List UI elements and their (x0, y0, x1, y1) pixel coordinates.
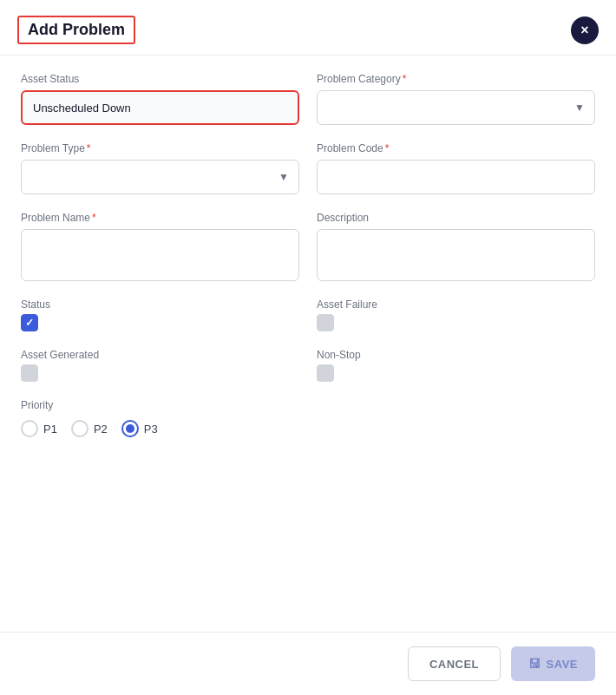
modal-title: Add Problem (17, 16, 135, 44)
non-stop-checkbox-wrapper (317, 364, 595, 382)
description-label: Description (317, 212, 595, 224)
status-checkbox-wrapper (21, 314, 299, 331)
priority-p3-option[interactable]: P3 (121, 420, 158, 437)
row-asset-generated-nonstop: Asset Generated Non-Stop (21, 349, 595, 382)
priority-p1-radio[interactable] (21, 420, 38, 437)
description-input[interactable] (317, 229, 595, 281)
non-stop-checkbox[interactable] (317, 364, 334, 382)
row-asset-status-category: Asset Status Problem Category* ▼ (21, 73, 595, 125)
status-group: Status (21, 298, 299, 331)
modal-header: Add Problem × (0, 0, 616, 56)
problem-type-select-wrapper: ▼ (21, 160, 299, 194)
modal-footer: CANCEL 🖫 SAVE (0, 632, 616, 695)
problem-category-select-wrapper: ▼ (317, 90, 595, 125)
close-button[interactable]: × (571, 16, 599, 44)
problem-name-input[interactable] (21, 229, 299, 281)
asset-status-group: Asset Status (21, 73, 299, 125)
priority-section: Priority P1 P2 P3 (21, 399, 595, 437)
asset-failure-checkbox[interactable] (317, 314, 334, 331)
problem-category-label: Problem Category* (317, 73, 595, 85)
save-icon: 🖫 (528, 657, 541, 671)
row-name-description: Problem Name* Description (21, 212, 595, 281)
problem-type-group: Problem Type* ▼ (21, 142, 299, 194)
non-stop-group: Non-Stop (317, 349, 595, 382)
row-status-asset-failure: Status Asset Failure (21, 298, 595, 331)
asset-generated-checkbox-wrapper (21, 364, 299, 382)
description-group: Description (317, 212, 595, 281)
row-problem-type-code: Problem Type* ▼ Problem Code* (21, 142, 595, 194)
problem-code-group: Problem Code* (317, 142, 595, 194)
priority-p3-radio-inner (126, 424, 134, 433)
problem-category-select[interactable] (317, 90, 595, 125)
priority-label: Priority (21, 399, 595, 411)
save-label: SAVE (547, 658, 578, 671)
priority-p1-label: P1 (43, 423, 57, 436)
non-stop-label: Non-Stop (317, 349, 595, 361)
status-label: Status (21, 298, 299, 311)
problem-type-select[interactable] (21, 160, 299, 194)
problem-code-label: Problem Code* (317, 142, 595, 154)
asset-generated-group: Asset Generated (21, 349, 299, 382)
problem-type-label: Problem Type* (21, 142, 299, 154)
priority-p2-label: P2 (94, 423, 108, 436)
priority-p3-radio[interactable] (121, 420, 139, 437)
asset-status-input[interactable] (21, 90, 299, 125)
asset-failure-checkbox-wrapper (317, 314, 595, 331)
priority-options: P1 P2 P3 (21, 420, 595, 437)
asset-status-label: Asset Status (21, 73, 299, 85)
asset-failure-group: Asset Failure (317, 298, 595, 331)
save-button[interactable]: 🖫 SAVE (511, 646, 595, 681)
status-checkbox[interactable] (21, 314, 38, 331)
asset-generated-label: Asset Generated (21, 349, 299, 361)
priority-p2-radio[interactable] (71, 420, 88, 437)
priority-p3-label: P3 (144, 423, 158, 436)
problem-name-label: Problem Name* (21, 212, 299, 224)
asset-failure-label: Asset Failure (317, 298, 595, 311)
cancel-button[interactable]: CANCEL (408, 646, 501, 681)
problem-category-group: Problem Category* ▼ (317, 73, 595, 125)
priority-p2-option[interactable]: P2 (71, 420, 108, 437)
modal-body: Asset Status Problem Category* ▼ Problem… (0, 56, 616, 632)
problem-code-input[interactable] (317, 160, 595, 194)
asset-generated-checkbox[interactable] (21, 364, 38, 382)
add-problem-modal: Add Problem × Asset Status Problem Categ… (0, 0, 616, 695)
problem-name-group: Problem Name* (21, 212, 299, 281)
priority-p1-option[interactable]: P1 (21, 420, 57, 437)
